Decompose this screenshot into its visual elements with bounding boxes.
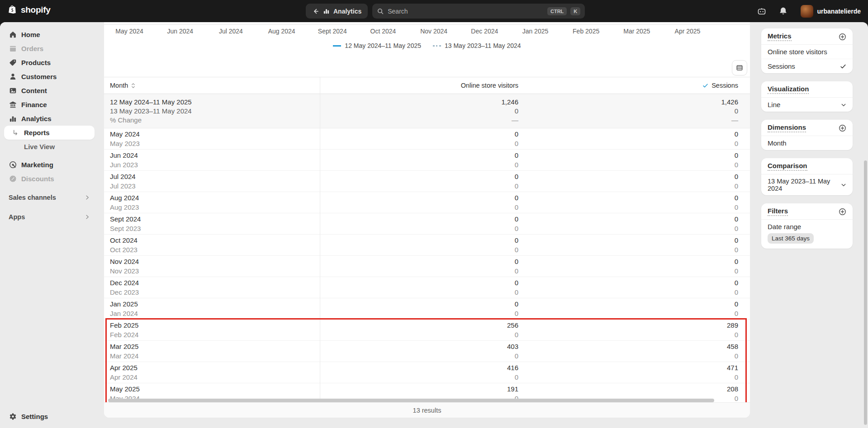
sidebar-item-analytics[interactable]: Analytics <box>4 112 95 126</box>
cell-sessions: 4580 <box>524 341 750 362</box>
shopify-logo[interactable]: shopify <box>7 5 50 15</box>
sidebar-item-orders: Orders <box>4 42 95 56</box>
sessions-comparison: 0 <box>530 140 738 147</box>
horizontal-scrollbar[interactable] <box>108 399 714 402</box>
table-row[interactable]: Mar 2025Mar 202440304580 <box>104 341 750 362</box>
sidebar-item-label: Finance <box>21 101 47 108</box>
cell-month: Dec 2024Dec 2023 <box>104 277 320 298</box>
table-row[interactable]: Sept 2024Sept 20230000 <box>104 213 750 235</box>
add-filter-button[interactable] <box>839 208 846 216</box>
search-bar[interactable]: CTRL K <box>372 4 585 19</box>
table-row[interactable]: May 2024May 20230000 <box>104 128 750 150</box>
sessions-comparison: 0 <box>530 373 738 381</box>
visitors-comparison: 0 <box>326 352 518 360</box>
chart-legend: 12 May 2024–11 May 2025 13 May 2023–11 M… <box>104 42 750 49</box>
sidebar-section-apps[interactable]: Apps <box>4 209 95 225</box>
summary-visitors-current: 1,246 <box>326 98 518 106</box>
cell-visitors: 4030 <box>320 341 524 362</box>
date-range-chip[interactable]: Last 365 days <box>768 233 814 244</box>
account-menu[interactable]: urbanatelierde <box>798 4 863 19</box>
sessions-current: 0 <box>530 151 738 159</box>
comparison-select[interactable]: 13 May 2023–11 May 2024 <box>761 174 853 195</box>
sidebar-item-home[interactable]: Home <box>4 28 95 42</box>
legend-label: 12 May 2024–11 May 2025 <box>345 42 421 49</box>
dimension-item-month[interactable]: Month <box>761 136 853 150</box>
store-avatar <box>801 5 813 18</box>
visitors-current: 0 <box>326 215 518 223</box>
sidebar-item-content[interactable]: Content <box>4 84 95 98</box>
table-row[interactable]: Oct 2024Oct 20230000 <box>104 235 750 256</box>
visitors-current: 0 <box>326 279 518 287</box>
sidebar-item-label: Customers <box>21 73 57 80</box>
sidebar-section-sales-channels[interactable]: Sales channels <box>4 190 95 205</box>
sidekick-button[interactable] <box>754 4 769 19</box>
sidebar-item-marketing[interactable]: Marketing <box>4 158 95 172</box>
sessions-current: 0 <box>530 236 738 244</box>
sessions-current: 0 <box>530 215 738 223</box>
logo-text: shopify <box>21 5 50 15</box>
metric-item-sessions[interactable]: Sessions <box>761 59 853 73</box>
column-header-label: Online store visitors <box>461 82 518 89</box>
sidebar-item-finance[interactable]: Finance <box>4 98 95 112</box>
metric-item-online-store-visitors[interactable]: Online store visitors <box>761 45 853 59</box>
x-axis-label: Jan 2025 <box>510 28 560 35</box>
visualization-select[interactable]: Line <box>761 98 853 112</box>
results-count: 13 results <box>413 407 441 414</box>
month-comparison: Nov 2023 <box>110 267 314 275</box>
table-row[interactable]: Nov 2024Nov 20230000 <box>104 256 750 277</box>
sessions-current: 208 <box>530 385 738 393</box>
column-header-visitors[interactable]: Online store visitors <box>320 77 524 94</box>
sidebar-item-live-view[interactable]: Live View <box>4 140 95 154</box>
column-header-month[interactable]: Month <box>104 77 320 94</box>
content-icon <box>9 87 17 95</box>
sidebar-item-customers[interactable]: Customers <box>4 70 95 84</box>
chevron-right-icon <box>85 214 90 220</box>
x-axis-label: Mar 2025 <box>612 28 662 35</box>
vertical-scrollbar[interactable] <box>864 160 867 425</box>
cell-visitors: 00 <box>320 235 524 255</box>
analytics-nav-button[interactable]: Analytics <box>306 4 368 19</box>
month-comparison: Mar 2024 <box>110 352 314 360</box>
add-metric-button[interactable] <box>839 33 846 41</box>
column-header-sessions[interactable]: Sessions <box>524 77 750 94</box>
table-row[interactable]: Feb 2025Feb 202425602890 <box>104 320 750 341</box>
cell-sessions: 00 <box>524 235 750 255</box>
sessions-comparison: 0 <box>530 288 738 296</box>
month-current: Dec 2024 <box>110 279 314 287</box>
summary-sessions-comparison: 0 <box>530 107 738 115</box>
cell-visitors: 00 <box>320 150 524 170</box>
table-row[interactable]: Jun 2024Jun 20230000 <box>104 150 750 171</box>
table-row[interactable]: Aug 2024Aug 20230000 <box>104 192 750 213</box>
cell-month: Jan 2025Jan 2024 <box>104 298 320 319</box>
sidebar-item-reports[interactable]: Reports <box>4 126 95 140</box>
month-current: Apr 2025 <box>110 364 314 372</box>
legend-item-current[interactable]: 12 May 2024–11 May 2025 <box>333 42 421 49</box>
notifications-button[interactable] <box>776 4 791 19</box>
sessions-current: 458 <box>530 343 738 350</box>
legend-dotted-line-icon <box>433 45 441 47</box>
month-current: Jul 2024 <box>110 173 314 180</box>
table-row[interactable]: Jan 2025Jan 20240000 <box>104 298 750 320</box>
report-card: May 2024Jun 2024Jul 2024Aug 2024Sept 202… <box>104 22 750 418</box>
sessions-comparison: 0 <box>530 352 738 360</box>
table-row[interactable]: Jul 2024Jul 20230000 <box>104 171 750 192</box>
table-row[interactable]: Apr 2025Apr 202441604710 <box>104 362 750 383</box>
summary-row[interactable]: 12 May 2024–11 May 2025 13 May 2023–11 M… <box>104 94 750 128</box>
table-header: Month Online store visitors Sessions <box>104 77 750 94</box>
shortcut-ctrl-key: CTRL <box>547 7 567 15</box>
legend-item-comparison[interactable]: 13 May 2023–11 May 2024 <box>433 42 521 49</box>
search-input[interactable] <box>388 8 544 15</box>
cell-visitors: 00 <box>320 192 524 213</box>
table-body: May 2024May 20230000Jun 2024Jun 20230000… <box>104 128 750 404</box>
month-comparison: Jun 2023 <box>110 161 314 169</box>
sidebar-item-products[interactable]: Products <box>4 56 95 70</box>
comparison-value: 13 May 2023–11 May 2024 <box>768 178 841 192</box>
table-row[interactable]: Dec 2024Dec 20230000 <box>104 277 750 298</box>
cell-month: Apr 2025Apr 2024 <box>104 362 320 383</box>
add-dimension-button[interactable] <box>839 124 846 132</box>
table-view-button[interactable] <box>732 60 747 75</box>
sidebar-item-settings[interactable]: Settings <box>4 409 95 423</box>
visitors-comparison: 0 <box>326 267 518 275</box>
month-current: Nov 2024 <box>110 258 314 265</box>
cell-visitors: 00 <box>320 213 524 234</box>
